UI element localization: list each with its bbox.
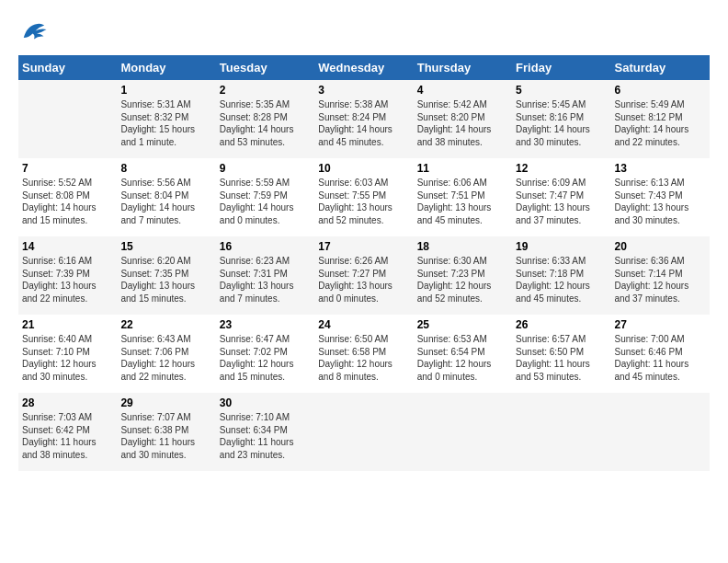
weekday-header-friday: Friday [512,55,610,80]
calendar-cell: 1Sunrise: 5:31 AM Sunset: 8:32 PM Daylig… [117,80,215,158]
weekday-header-row: SundayMondayTuesdayWednesdayThursdayFrid… [18,55,710,80]
day-info: Sunrise: 6:40 AM Sunset: 7:10 PM Dayligh… [22,333,113,383]
day-info: Sunrise: 6:50 AM Sunset: 6:58 PM Dayligh… [318,333,409,383]
calendar-week-row: 14Sunrise: 6:16 AM Sunset: 7:39 PM Dayli… [18,236,710,315]
day-info: Sunrise: 6:33 AM Sunset: 7:18 PM Dayligh… [516,255,607,304]
day-number: 21 [22,318,113,331]
calendar-cell: 2Sunrise: 5:35 AM Sunset: 8:28 PM Daylig… [216,80,314,158]
logo [18,18,51,46]
calendar-cell: 22Sunrise: 6:43 AM Sunset: 7:06 PM Dayli… [117,315,215,393]
calendar-cell: 4Sunrise: 5:42 AM Sunset: 8:20 PM Daylig… [414,80,512,158]
day-number: 6 [615,84,706,97]
day-info: Sunrise: 6:57 AM Sunset: 6:50 PM Dayligh… [516,333,607,383]
weekday-header-monday: Monday [117,55,215,80]
day-number: 12 [516,162,607,175]
day-info: Sunrise: 6:26 AM Sunset: 7:27 PM Dayligh… [318,255,409,304]
calendar-cell: 19Sunrise: 6:33 AM Sunset: 7:18 PM Dayli… [512,236,610,315]
calendar-cell: 20Sunrise: 6:36 AM Sunset: 7:14 PM Dayli… [611,236,710,315]
calendar-cell: 8Sunrise: 5:56 AM Sunset: 8:04 PM Daylig… [117,158,215,236]
calendar-cell: 7Sunrise: 5:52 AM Sunset: 8:08 PM Daylig… [18,158,117,236]
calendar-cell: 12Sunrise: 6:09 AM Sunset: 7:47 PM Dayli… [512,158,610,236]
day-number: 19 [516,240,607,253]
day-info: Sunrise: 5:42 AM Sunset: 8:20 PM Dayligh… [417,98,508,148]
calendar-cell: 6Sunrise: 5:49 AM Sunset: 8:12 PM Daylig… [611,80,710,158]
day-info: Sunrise: 6:06 AM Sunset: 7:51 PM Dayligh… [417,177,508,226]
day-info: Sunrise: 6:03 AM Sunset: 7:55 PM Dayligh… [318,177,409,226]
day-number: 18 [417,240,508,253]
day-info: Sunrise: 5:35 AM Sunset: 8:28 PM Dayligh… [220,98,311,148]
day-number: 9 [220,162,311,175]
day-info: Sunrise: 7:10 AM Sunset: 6:34 PM Dayligh… [220,411,311,461]
day-info: Sunrise: 5:56 AM Sunset: 8:04 PM Dayligh… [120,177,211,226]
day-number: 25 [417,318,508,331]
calendar-cell [611,393,710,471]
day-info: Sunrise: 5:49 AM Sunset: 8:12 PM Dayligh… [615,98,706,148]
day-info: Sunrise: 5:31 AM Sunset: 8:32 PM Dayligh… [120,98,211,148]
calendar-cell: 3Sunrise: 5:38 AM Sunset: 8:24 PM Daylig… [314,80,413,158]
day-info: Sunrise: 5:59 AM Sunset: 7:59 PM Dayligh… [220,177,311,226]
day-number: 3 [318,84,409,97]
logo-bird-icon [20,18,48,46]
calendar-cell: 11Sunrise: 6:06 AM Sunset: 7:51 PM Dayli… [414,158,512,236]
calendar-cell: 29Sunrise: 7:07 AM Sunset: 6:38 PM Dayli… [117,393,215,471]
day-number: 7 [22,162,113,175]
weekday-header-saturday: Saturday [611,55,710,80]
weekday-header-wednesday: Wednesday [314,55,413,80]
calendar-cell: 24Sunrise: 6:50 AM Sunset: 6:58 PM Dayli… [314,315,413,393]
day-number: 17 [318,240,409,253]
calendar-cell [512,393,610,471]
day-number: 20 [615,240,706,253]
page-header [18,18,710,46]
day-number: 11 [417,162,508,175]
calendar-cell: 9Sunrise: 5:59 AM Sunset: 7:59 PM Daylig… [216,158,314,236]
calendar-week-row: 21Sunrise: 6:40 AM Sunset: 7:10 PM Dayli… [18,315,710,393]
calendar-cell: 15Sunrise: 6:20 AM Sunset: 7:35 PM Dayli… [117,236,215,315]
calendar-cell: 26Sunrise: 6:57 AM Sunset: 6:50 PM Dayli… [512,315,610,393]
calendar-cell: 30Sunrise: 7:10 AM Sunset: 6:34 PM Dayli… [216,393,314,471]
day-number: 23 [220,318,311,331]
day-info: Sunrise: 6:09 AM Sunset: 7:47 PM Dayligh… [516,177,607,226]
calendar-cell: 5Sunrise: 5:45 AM Sunset: 8:16 PM Daylig… [512,80,610,158]
calendar-cell [414,393,512,471]
day-info: Sunrise: 5:45 AM Sunset: 8:16 PM Dayligh… [516,98,607,148]
day-number: 2 [220,84,311,97]
day-number: 14 [22,240,113,253]
day-number: 13 [615,162,706,175]
weekday-header-thursday: Thursday [414,55,512,80]
day-number: 8 [120,162,211,175]
day-info: Sunrise: 6:13 AM Sunset: 7:43 PM Dayligh… [615,177,706,226]
day-info: Sunrise: 7:07 AM Sunset: 6:38 PM Dayligh… [120,411,211,461]
day-number: 29 [120,396,211,409]
calendar-cell: 25Sunrise: 6:53 AM Sunset: 6:54 PM Dayli… [414,315,512,393]
day-number: 16 [220,240,311,253]
calendar-week-row: 7Sunrise: 5:52 AM Sunset: 8:08 PM Daylig… [18,158,710,236]
calendar-cell: 13Sunrise: 6:13 AM Sunset: 7:43 PM Dayli… [611,158,710,236]
day-number: 27 [615,318,706,331]
calendar-week-row: 28Sunrise: 7:03 AM Sunset: 6:42 PM Dayli… [18,393,710,471]
calendar-cell: 28Sunrise: 7:03 AM Sunset: 6:42 PM Dayli… [18,393,117,471]
calendar-cell: 21Sunrise: 6:40 AM Sunset: 7:10 PM Dayli… [18,315,117,393]
calendar-cell [314,393,413,471]
day-number: 5 [516,84,607,97]
day-info: Sunrise: 6:47 AM Sunset: 7:02 PM Dayligh… [220,333,311,383]
day-info: Sunrise: 5:38 AM Sunset: 8:24 PM Dayligh… [318,98,409,148]
day-info: Sunrise: 6:43 AM Sunset: 7:06 PM Dayligh… [120,333,211,383]
calendar-cell [18,80,117,158]
day-info: Sunrise: 6:20 AM Sunset: 7:35 PM Dayligh… [120,255,211,304]
weekday-header-sunday: Sunday [18,55,117,80]
day-number: 22 [120,318,211,331]
day-info: Sunrise: 6:16 AM Sunset: 7:39 PM Dayligh… [22,255,113,304]
day-number: 24 [318,318,409,331]
day-info: Sunrise: 6:53 AM Sunset: 6:54 PM Dayligh… [417,333,508,383]
day-number: 30 [220,396,311,409]
calendar-cell: 18Sunrise: 6:30 AM Sunset: 7:23 PM Dayli… [414,236,512,315]
day-number: 28 [22,396,113,409]
day-info: Sunrise: 6:36 AM Sunset: 7:14 PM Dayligh… [615,255,706,304]
calendar-table: SundayMondayTuesdayWednesdayThursdayFrid… [18,55,710,471]
calendar-cell: 17Sunrise: 6:26 AM Sunset: 7:27 PM Dayli… [314,236,413,315]
day-info: Sunrise: 6:30 AM Sunset: 7:23 PM Dayligh… [417,255,508,304]
day-info: Sunrise: 7:00 AM Sunset: 6:46 PM Dayligh… [615,333,706,383]
calendar-cell: 10Sunrise: 6:03 AM Sunset: 7:55 PM Dayli… [314,158,413,236]
day-number: 1 [120,84,211,97]
day-number: 15 [120,240,211,253]
